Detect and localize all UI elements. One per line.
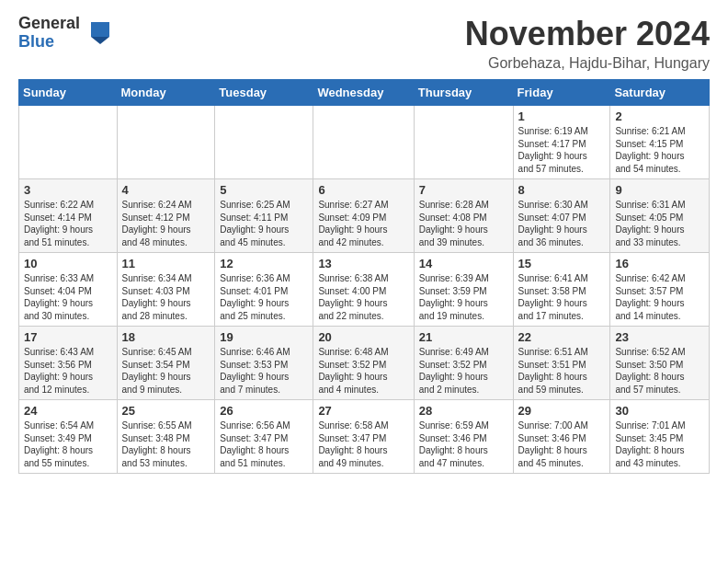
calendar-cell: 1Sunrise: 6:19 AM Sunset: 4:17 PM Daylig… <box>513 106 610 179</box>
day-info: Sunrise: 6:19 AM Sunset: 4:17 PM Dayligh… <box>518 125 606 175</box>
calendar-cell: 19Sunrise: 6:46 AM Sunset: 3:53 PM Dayli… <box>215 327 313 400</box>
day-info: Sunrise: 6:41 AM Sunset: 3:58 PM Dayligh… <box>518 272 606 322</box>
calendar-cell <box>313 106 414 179</box>
day-number: 9 <box>615 183 704 197</box>
calendar-cell: 22Sunrise: 6:51 AM Sunset: 3:51 PM Dayli… <box>513 327 610 400</box>
logo-blue: Blue <box>18 33 80 52</box>
weekday-header-saturday: Saturday <box>610 80 710 106</box>
day-info: Sunrise: 6:58 AM Sunset: 3:47 PM Dayligh… <box>318 419 408 469</box>
day-info: Sunrise: 6:55 AM Sunset: 3:48 PM Dayligh… <box>122 419 210 469</box>
day-info: Sunrise: 7:00 AM Sunset: 3:46 PM Dayligh… <box>518 419 606 469</box>
day-info: Sunrise: 6:42 AM Sunset: 3:57 PM Dayligh… <box>615 272 704 322</box>
calendar-cell: 14Sunrise: 6:39 AM Sunset: 3:59 PM Dayli… <box>414 253 513 327</box>
calendar-cell: 5Sunrise: 6:25 AM Sunset: 4:11 PM Daylig… <box>215 179 313 253</box>
weekday-header-thursday: Thursday <box>414 80 513 106</box>
day-number: 26 <box>220 404 308 418</box>
logo: General Blue <box>18 15 113 52</box>
page: General Blue November 2024 Gorbehaza, Ha… <box>0 0 728 488</box>
day-number: 20 <box>318 330 408 344</box>
day-number: 3 <box>24 183 112 197</box>
day-number: 19 <box>220 330 308 344</box>
day-number: 28 <box>419 404 508 418</box>
day-number: 21 <box>419 330 508 344</box>
day-info: Sunrise: 6:59 AM Sunset: 3:46 PM Dayligh… <box>419 419 508 469</box>
day-info: Sunrise: 6:43 AM Sunset: 3:56 PM Dayligh… <box>24 346 112 396</box>
day-info: Sunrise: 6:31 AM Sunset: 4:05 PM Dayligh… <box>615 199 704 248</box>
calendar-cell: 3Sunrise: 6:22 AM Sunset: 4:14 PM Daylig… <box>19 179 118 253</box>
calendar-cell: 21Sunrise: 6:49 AM Sunset: 3:52 PM Dayli… <box>414 327 513 400</box>
calendar-week-1: 1Sunrise: 6:19 AM Sunset: 4:17 PM Daylig… <box>19 106 710 179</box>
calendar-cell: 10Sunrise: 6:33 AM Sunset: 4:04 PM Dayli… <box>19 253 118 327</box>
weekday-header-tuesday: Tuesday <box>215 80 313 106</box>
day-number: 5 <box>220 183 308 197</box>
weekday-header-wednesday: Wednesday <box>313 80 414 106</box>
calendar-cell <box>117 106 215 179</box>
calendar-cell: 26Sunrise: 6:56 AM Sunset: 3:47 PM Dayli… <box>215 400 313 474</box>
calendar-header-row: SundayMondayTuesdayWednesdayThursdayFrid… <box>19 80 710 106</box>
day-info: Sunrise: 6:22 AM Sunset: 4:14 PM Dayligh… <box>24 199 112 248</box>
calendar-cell: 28Sunrise: 6:59 AM Sunset: 3:46 PM Dayli… <box>414 400 513 474</box>
calendar-cell <box>414 106 513 179</box>
day-info: Sunrise: 6:27 AM Sunset: 4:09 PM Dayligh… <box>318 199 408 248</box>
header: General Blue November 2024 Gorbehaza, Ha… <box>18 15 710 72</box>
day-number: 17 <box>24 330 112 344</box>
calendar-cell: 16Sunrise: 6:42 AM Sunset: 3:57 PM Dayli… <box>610 253 710 327</box>
calendar-table: SundayMondayTuesdayWednesdayThursdayFrid… <box>18 79 710 474</box>
weekday-header-friday: Friday <box>513 80 610 106</box>
day-number: 13 <box>318 257 408 270</box>
day-number: 23 <box>615 330 704 344</box>
calendar-cell: 15Sunrise: 6:41 AM Sunset: 3:58 PM Dayli… <box>513 253 610 327</box>
day-number: 27 <box>318 404 408 418</box>
day-number: 8 <box>518 183 606 197</box>
day-info: Sunrise: 6:51 AM Sunset: 3:51 PM Dayligh… <box>518 346 606 396</box>
day-number: 12 <box>220 257 308 270</box>
calendar-cell: 2Sunrise: 6:21 AM Sunset: 4:15 PM Daylig… <box>610 106 710 179</box>
calendar-cell: 18Sunrise: 6:45 AM Sunset: 3:54 PM Dayli… <box>117 327 215 400</box>
calendar-cell: 17Sunrise: 6:43 AM Sunset: 3:56 PM Dayli… <box>19 327 118 400</box>
day-info: Sunrise: 6:38 AM Sunset: 4:00 PM Dayligh… <box>318 272 408 322</box>
day-info: Sunrise: 6:33 AM Sunset: 4:04 PM Dayligh… <box>24 272 112 322</box>
day-number: 15 <box>518 257 606 270</box>
logo-general: General <box>18 15 80 33</box>
day-info: Sunrise: 6:24 AM Sunset: 4:12 PM Dayligh… <box>122 199 210 248</box>
day-number: 2 <box>615 109 704 123</box>
calendar-cell: 29Sunrise: 7:00 AM Sunset: 3:46 PM Dayli… <box>513 400 610 474</box>
day-info: Sunrise: 6:21 AM Sunset: 4:15 PM Dayligh… <box>615 125 704 175</box>
day-info: Sunrise: 6:56 AM Sunset: 3:47 PM Dayligh… <box>220 419 308 469</box>
calendar-cell: 11Sunrise: 6:34 AM Sunset: 4:03 PM Dayli… <box>117 253 215 327</box>
day-number: 18 <box>122 330 210 344</box>
weekday-header-monday: Monday <box>117 80 215 106</box>
calendar-week-5: 24Sunrise: 6:54 AM Sunset: 3:49 PM Dayli… <box>19 400 710 474</box>
calendar-cell: 30Sunrise: 7:01 AM Sunset: 3:45 PM Dayli… <box>610 400 710 474</box>
day-info: Sunrise: 6:30 AM Sunset: 4:07 PM Dayligh… <box>518 199 606 248</box>
day-info: Sunrise: 6:54 AM Sunset: 3:49 PM Dayligh… <box>24 419 112 469</box>
logo-icon <box>84 18 113 48</box>
day-info: Sunrise: 6:48 AM Sunset: 3:52 PM Dayligh… <box>318 346 408 396</box>
calendar-week-2: 3Sunrise: 6:22 AM Sunset: 4:14 PM Daylig… <box>19 179 710 253</box>
day-number: 7 <box>419 183 508 197</box>
day-info: Sunrise: 6:25 AM Sunset: 4:11 PM Dayligh… <box>220 199 308 248</box>
calendar-cell: 13Sunrise: 6:38 AM Sunset: 4:00 PM Dayli… <box>313 253 414 327</box>
calendar-cell: 23Sunrise: 6:52 AM Sunset: 3:50 PM Dayli… <box>610 327 710 400</box>
calendar-cell: 25Sunrise: 6:55 AM Sunset: 3:48 PM Dayli… <box>117 400 215 474</box>
calendar-week-3: 10Sunrise: 6:33 AM Sunset: 4:04 PM Dayli… <box>19 253 710 327</box>
title-block: November 2024 Gorbehaza, Hajdu-Bihar, Hu… <box>465 15 710 72</box>
calendar-cell <box>215 106 313 179</box>
calendar-cell: 27Sunrise: 6:58 AM Sunset: 3:47 PM Dayli… <box>313 400 414 474</box>
calendar-cell: 7Sunrise: 6:28 AM Sunset: 4:08 PM Daylig… <box>414 179 513 253</box>
day-number: 25 <box>122 404 210 418</box>
logo-text: General Blue <box>18 15 80 52</box>
day-info: Sunrise: 7:01 AM Sunset: 3:45 PM Dayligh… <box>615 419 704 469</box>
day-info: Sunrise: 6:39 AM Sunset: 3:59 PM Dayligh… <box>419 272 508 322</box>
location: Gorbehaza, Hajdu-Bihar, Hungary <box>465 55 710 72</box>
day-number: 6 <box>318 183 408 197</box>
day-number: 4 <box>122 183 210 197</box>
svg-marker-1 <box>91 37 109 44</box>
day-number: 22 <box>518 330 606 344</box>
day-number: 14 <box>419 257 508 270</box>
calendar-cell <box>19 106 118 179</box>
svg-marker-0 <box>91 22 109 37</box>
day-info: Sunrise: 6:46 AM Sunset: 3:53 PM Dayligh… <box>220 346 308 396</box>
day-info: Sunrise: 6:52 AM Sunset: 3:50 PM Dayligh… <box>615 346 704 396</box>
calendar-week-4: 17Sunrise: 6:43 AM Sunset: 3:56 PM Dayli… <box>19 327 710 400</box>
